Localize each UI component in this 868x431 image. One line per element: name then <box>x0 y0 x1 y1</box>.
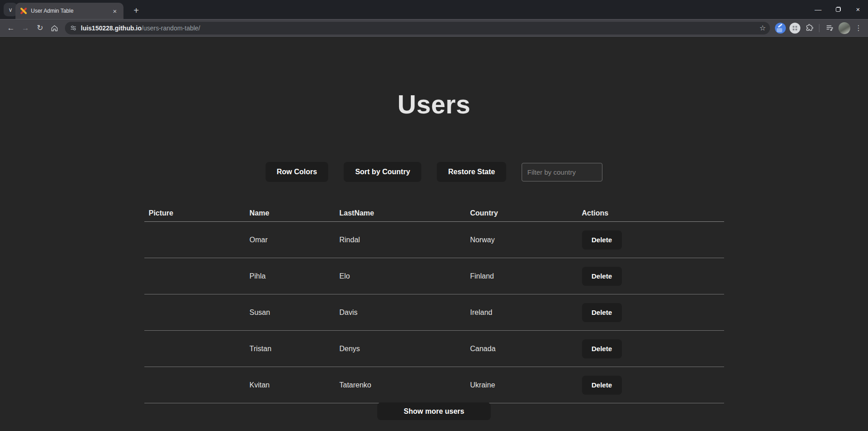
address-bar[interactable]: luis150228.github.io/users-random-table/… <box>65 22 770 34</box>
back-button[interactable]: ← <box>4 21 18 35</box>
playlist-music-icon <box>825 24 834 32</box>
minimize-button[interactable]: — <box>808 0 828 18</box>
delete-button[interactable]: Delete <box>582 267 622 286</box>
bookmark-star-icon[interactable]: ☆ <box>757 23 768 34</box>
tab-title: User Admin Table <box>31 8 107 14</box>
name-cell: Kvitan <box>245 381 335 389</box>
table-row: Kvitan Tatarenko Ukraine Delete <box>144 367 724 403</box>
close-button[interactable]: × <box>848 0 868 18</box>
browser-menu-button[interactable]: ⋮ <box>853 22 864 34</box>
name-cell: Tristan <box>245 345 335 353</box>
header-country: Country <box>466 209 577 217</box>
reload-icon: ↻ <box>37 23 43 33</box>
actions-cell: Delete <box>577 267 724 286</box>
show-more-users-button[interactable]: Show more users <box>377 402 491 420</box>
delete-button[interactable]: Delete <box>582 339 622 358</box>
actions-cell: Delete <box>577 376 724 395</box>
extensions-button[interactable] <box>803 22 815 34</box>
site-settings-icon[interactable] <box>69 24 77 32</box>
delete-button[interactable]: Delete <box>582 230 622 250</box>
puzzle-icon <box>805 24 814 32</box>
controls-row: Row Colors Sort by Country Restore State <box>0 162 868 182</box>
name-cell: Pihla <box>245 272 335 280</box>
country-cell: Finland <box>466 272 577 280</box>
country-cell: Norway <box>466 236 577 244</box>
name-cell: Susan <box>245 309 335 317</box>
url-host: luis150228.github.io <box>81 24 142 32</box>
table-row: Pihla Elo Finland Delete <box>144 258 724 294</box>
extension-gray-icon[interactable] <box>789 23 800 34</box>
table-row: Susan Davis Ireland Delete <box>144 294 724 331</box>
new-tab-button[interactable]: + <box>130 4 143 17</box>
grid-icon <box>792 25 798 31</box>
toolbar-divider <box>819 24 819 32</box>
country-cell: Ukraine <box>466 381 577 389</box>
lastname-cell: Rindal <box>335 236 466 244</box>
table-row: Omar Rindal Norway Delete <box>144 222 724 258</box>
sort-by-country-button[interactable]: Sort by Country <box>344 162 421 182</box>
actions-cell: Delete <box>577 339 724 358</box>
home-icon <box>50 24 59 32</box>
filter-country-input[interactable] <box>522 163 602 181</box>
name-cell: Omar <box>245 236 335 244</box>
page-content: Users Row Colors Sort by Country Restore… <box>0 37 868 431</box>
url-text[interactable]: luis150228.github.io/users-random-table/ <box>81 24 754 32</box>
close-icon: × <box>856 5 860 13</box>
restore-state-button[interactable]: Restore State <box>437 162 506 182</box>
country-cell: Canada <box>466 345 577 353</box>
favicon-x-logo <box>20 7 27 15</box>
country-cell: Ireland <box>466 309 577 317</box>
actions-cell: Delete <box>577 303 724 322</box>
browser-titlebar: ∨ User Admin Table × + — × <box>0 0 868 19</box>
plus-icon: + <box>133 5 139 16</box>
header-name: Name <box>245 209 335 217</box>
picture-cell <box>144 272 245 280</box>
lastname-cell: Elo <box>335 272 466 280</box>
actions-cell: Delete <box>577 230 724 250</box>
browser-toolbar: ← → ↻ luis150228.github.io/users-random-… <box>0 19 868 37</box>
minimize-icon: — <box>815 5 822 13</box>
picture-cell <box>144 345 245 353</box>
header-actions: Actions <box>577 209 724 217</box>
lastname-cell: Denys <box>335 345 466 353</box>
row-colors-button[interactable]: Row Colors <box>266 162 329 182</box>
table-header-row: Picture Name LastName Country Actions <box>144 205 724 222</box>
header-picture: Picture <box>144 209 245 217</box>
table-row: Tristan Denys Canada Delete <box>144 331 724 367</box>
browser-tab[interactable]: User Admin Table × <box>15 3 123 19</box>
table-body: Omar Rindal Norway Delete Pihla Elo Finl… <box>144 222 724 403</box>
delete-button[interactable]: Delete <box>582 303 622 322</box>
forward-icon: → <box>22 24 30 33</box>
restore-button[interactable] <box>828 0 848 18</box>
tab-close-icon[interactable]: × <box>111 7 119 15</box>
users-table: Picture Name LastName Country Actions Om… <box>144 205 724 420</box>
reading-list-button[interactable] <box>823 22 836 34</box>
lastname-cell: Davis <box>335 309 466 317</box>
url-path: /users-random-table/ <box>142 24 200 32</box>
back-icon: ← <box>7 24 15 33</box>
header-lastname: LastName <box>335 209 466 217</box>
window-controls: — × <box>808 0 868 18</box>
restore-icon <box>836 7 841 12</box>
kebab-icon: ⋮ <box>855 24 862 32</box>
forward-button[interactable]: → <box>19 21 32 35</box>
picture-cell <box>144 381 245 389</box>
extension-blue-icon[interactable] <box>775 23 786 34</box>
reload-button[interactable]: ↻ <box>33 21 47 35</box>
profile-avatar[interactable] <box>838 22 850 34</box>
delete-button[interactable]: Delete <box>582 376 622 395</box>
picture-cell <box>144 309 245 317</box>
chevron-down-icon: ∨ <box>8 6 13 13</box>
home-button[interactable] <box>48 21 61 35</box>
lastname-cell: Tatarenko <box>335 381 466 389</box>
page-title: Users <box>0 37 868 119</box>
picture-cell <box>144 236 245 244</box>
